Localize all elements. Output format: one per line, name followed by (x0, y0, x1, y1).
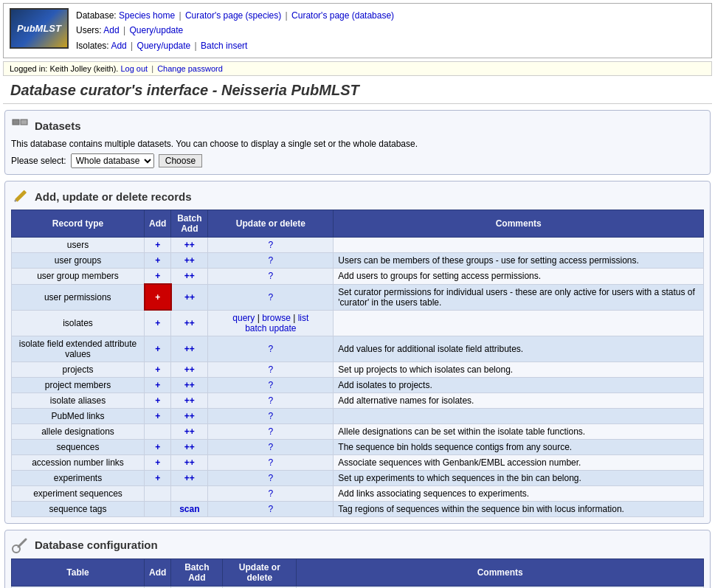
batch-add-link[interactable]: ++ (184, 442, 195, 452)
batch-add-cell[interactable]: ++ (171, 377, 208, 392)
dataset-dropdown[interactable]: Whole database (71, 153, 154, 168)
isolates-query-link[interactable]: Query/update (137, 41, 191, 51)
add-cell[interactable]: + (145, 284, 171, 310)
change-password-link[interactable]: Change password (157, 64, 223, 73)
update-cell[interactable]: ? (208, 470, 334, 485)
curator-species-link[interactable]: Curator's page (species) (185, 10, 281, 21)
update-link[interactable]: ? (268, 380, 273, 390)
batch-add-cell[interactable]: ++ (171, 470, 208, 485)
add-link[interactable]: + (155, 411, 160, 421)
add-link[interactable]: + (155, 442, 160, 452)
batch-add-link[interactable]: ++ (184, 380, 195, 390)
update-cell[interactable]: ? (208, 377, 334, 392)
species-home-link[interactable]: Species home (119, 10, 175, 21)
update-cell[interactable]: ? (208, 408, 334, 423)
update-link-query[interactable]: query (232, 313, 255, 323)
users-query-link[interactable]: Query/update (130, 25, 184, 35)
logout-link[interactable]: Log out (120, 64, 148, 73)
update-link[interactable]: ? (268, 344, 273, 354)
update-cell[interactable]: ? (208, 454, 334, 470)
batch-add-cell[interactable]: ++ (171, 310, 208, 336)
add-link[interactable]: + (155, 395, 160, 406)
update-link[interactable]: ? (268, 411, 273, 421)
update-cell[interactable]: query | browse | listbatch update (208, 310, 334, 336)
update-cell[interactable]: ? (208, 439, 334, 454)
batch-add-cell[interactable]: ++ (171, 423, 208, 439)
add-cell[interactable]: + (145, 470, 171, 485)
update-link[interactable]: ? (268, 426, 273, 437)
batch-add-cell[interactable]: ++ (171, 408, 208, 423)
update-link[interactable]: ? (268, 473, 273, 483)
batch-add-cell[interactable]: ++ (171, 439, 208, 454)
batch-add-link[interactable]: ++ (184, 395, 195, 406)
add-link[interactable]: + (155, 473, 160, 483)
batch-add-link[interactable]: ++ (184, 344, 195, 354)
add-cell[interactable]: + (145, 377, 171, 392)
add-link[interactable]: + (155, 364, 160, 375)
batch-add-cell[interactable]: ++ (171, 362, 208, 377)
add-cell[interactable]: + (145, 454, 171, 470)
choose-button[interactable]: Choose (159, 154, 202, 167)
add-cell[interactable]: + (145, 253, 171, 269)
batch-add-link[interactable]: ++ (184, 426, 195, 437)
update-link[interactable]: ? (268, 240, 273, 250)
add-cell[interactable]: + (145, 362, 171, 377)
batch-add-link[interactable]: ++ (184, 318, 195, 328)
add-cell[interactable]: + (145, 238, 171, 253)
batch-add-cell[interactable]: ++ (171, 454, 208, 470)
batch-update-link[interactable]: batch update (245, 323, 296, 333)
update-link[interactable]: ? (268, 395, 273, 406)
add-cell[interactable]: + (145, 310, 171, 336)
batch-add-link[interactable]: ++ (184, 292, 195, 302)
update-link[interactable]: ? (268, 364, 273, 375)
add-link[interactable]: + (155, 255, 160, 266)
batch-add-link[interactable]: ++ (184, 364, 195, 375)
update-cell[interactable]: ? (208, 501, 334, 516)
batch-add-cell[interactable]: ++ (171, 392, 208, 408)
update-link[interactable]: ? (268, 504, 273, 514)
add-link[interactable]: + (155, 240, 160, 250)
update-link[interactable]: ? (268, 488, 273, 499)
update-cell[interactable]: ? (208, 423, 334, 439)
update-cell[interactable]: ? (208, 336, 334, 362)
batch-add-link[interactable]: ++ (184, 457, 195, 468)
add-cell[interactable]: + (145, 336, 171, 362)
batch-add-link[interactable]: ++ (184, 271, 195, 281)
update-cell[interactable]: ? (208, 238, 334, 253)
users-add-link[interactable]: Add (103, 25, 119, 35)
update-link[interactable]: ? (268, 457, 273, 468)
add-cell[interactable]: + (145, 408, 171, 423)
batch-add-cell[interactable]: scan (171, 501, 208, 516)
update-link[interactable]: ? (268, 255, 273, 266)
batch-add-link[interactable]: scan (179, 504, 199, 514)
batch-add-link[interactable]: ++ (184, 473, 195, 483)
add-link[interactable]: + (155, 292, 160, 302)
batch-add-cell[interactable]: ++ (171, 238, 208, 253)
isolates-batch-link[interactable]: Batch insert (201, 41, 247, 51)
batch-add-link[interactable]: ++ (184, 240, 195, 250)
add-cell[interactable]: + (145, 439, 171, 454)
isolates-add-link[interactable]: Add (111, 41, 126, 51)
update-link[interactable]: ? (268, 271, 273, 281)
batch-add-cell[interactable]: ++ (171, 253, 208, 269)
add-link[interactable]: + (155, 457, 160, 468)
update-link[interactable]: ? (268, 292, 273, 302)
add-link[interactable]: + (155, 380, 160, 390)
add-link[interactable]: + (155, 318, 160, 328)
update-cell[interactable]: ? (208, 485, 334, 501)
update-link-list[interactable]: list (298, 313, 309, 323)
add-cell[interactable]: + (145, 269, 171, 285)
batch-add-link[interactable]: ++ (184, 411, 195, 421)
update-cell[interactable]: ? (208, 392, 334, 408)
curator-database-link[interactable]: Curator's page (database) (291, 10, 394, 21)
add-cell[interactable]: + (145, 392, 171, 408)
update-cell[interactable]: ? (208, 253, 334, 269)
batch-add-link[interactable]: ++ (184, 255, 195, 266)
update-link-browse[interactable]: browse (262, 313, 291, 323)
batch-add-cell[interactable]: ++ (171, 269, 208, 285)
batch-add-cell[interactable]: ++ (171, 336, 208, 362)
add-link[interactable]: + (155, 271, 160, 281)
batch-add-cell[interactable]: ++ (171, 284, 208, 310)
update-cell[interactable]: ? (208, 269, 334, 285)
add-link[interactable]: + (155, 344, 160, 354)
